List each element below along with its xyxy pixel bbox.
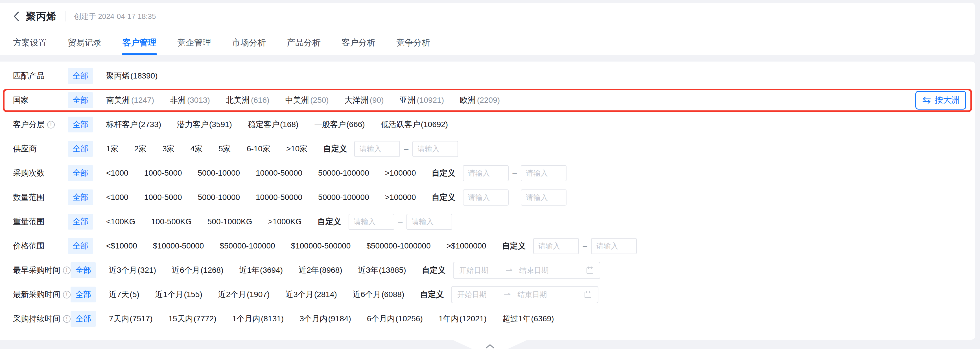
custom-range-label[interactable]: 自定义 bbox=[432, 192, 455, 203]
max-input[interactable] bbox=[406, 214, 452, 230]
filter-option[interactable]: 近1个月155 bbox=[155, 289, 202, 300]
filter-all-chip[interactable]: 全部 bbox=[68, 165, 93, 181]
filter-all-chip[interactable]: 全部 bbox=[68, 116, 93, 132]
filter-option[interactable]: 1个月内8131 bbox=[232, 314, 284, 324]
filter-option[interactable]: 5家 bbox=[218, 143, 231, 154]
date-range-picker[interactable]: 开始日期 ⇀ 结束日期 bbox=[451, 286, 598, 303]
filter-option[interactable]: 近3个月2814 bbox=[285, 289, 337, 300]
filter-option[interactable]: >10家 bbox=[286, 143, 308, 154]
filter-all-chip[interactable]: 全部 bbox=[70, 311, 96, 327]
filter-option[interactable]: $500000-1000000 bbox=[366, 241, 430, 250]
filter-option[interactable]: 7天内7517 bbox=[109, 314, 153, 324]
filter-option[interactable]: 聚丙烯18390 bbox=[106, 70, 158, 81]
filter-all-chip[interactable]: 全部 bbox=[68, 214, 93, 229]
filter-option[interactable]: 一般客户666 bbox=[314, 119, 365, 130]
info-icon[interactable]: ! bbox=[63, 291, 70, 298]
tab-competitor-management[interactable]: 竞企管理 bbox=[177, 30, 211, 55]
min-input[interactable] bbox=[463, 165, 509, 181]
filter-option[interactable]: 中美洲250 bbox=[285, 95, 329, 105]
filter-all-chip[interactable]: 全部 bbox=[70, 262, 96, 278]
collapse-filter-panel-button[interactable] bbox=[452, 339, 528, 349]
min-input[interactable] bbox=[533, 238, 579, 254]
filter-option[interactable]: 50000-100000 bbox=[318, 169, 369, 178]
custom-range-label[interactable]: 自定义 bbox=[323, 143, 347, 154]
filter-option[interactable]: 6个月内10256 bbox=[367, 314, 423, 324]
filter-all-chip[interactable]: 全部 bbox=[68, 141, 93, 157]
filter-option[interactable]: 5000-10000 bbox=[198, 169, 240, 178]
info-icon[interactable]: ! bbox=[63, 315, 70, 323]
filter-option[interactable]: 非洲3013 bbox=[170, 95, 210, 105]
min-input[interactable] bbox=[463, 190, 509, 206]
filter-option[interactable]: 1000-5000 bbox=[144, 193, 182, 202]
filter-option[interactable]: 1年内12021 bbox=[439, 314, 487, 324]
filter-all-chip[interactable]: 全部 bbox=[68, 238, 93, 254]
filter-option[interactable]: 100-500KG bbox=[151, 217, 192, 226]
filter-option[interactable]: 3家 bbox=[162, 143, 175, 154]
custom-range-label[interactable]: 自定义 bbox=[502, 241, 526, 251]
date-range-picker[interactable]: 开始日期 ⇀ 结束日期 bbox=[453, 262, 600, 279]
filter-option[interactable]: 近3年13885 bbox=[358, 265, 406, 276]
max-input[interactable] bbox=[412, 141, 458, 157]
tab-market-analysis[interactable]: 市场分析 bbox=[232, 30, 266, 55]
filter-all-chip[interactable]: 全部 bbox=[68, 190, 93, 205]
filter-all-chip[interactable]: 全部 bbox=[68, 68, 93, 84]
filter-option[interactable]: 15天内7772 bbox=[169, 314, 216, 324]
tab-trade-records[interactable]: 贸易记录 bbox=[68, 30, 102, 55]
filter-option[interactable]: 3个月内9184 bbox=[299, 314, 351, 324]
filter-option[interactable]: <1000 bbox=[106, 169, 129, 178]
custom-range-label[interactable]: 自定义 bbox=[318, 216, 341, 227]
info-icon[interactable]: ! bbox=[63, 266, 70, 274]
custom-range-label[interactable]: 自定义 bbox=[432, 168, 455, 178]
filter-option[interactable]: $10000-50000 bbox=[153, 241, 204, 250]
filter-option[interactable]: 标杆客户2733 bbox=[106, 119, 161, 130]
filter-option[interactable]: 稳定客户168 bbox=[248, 119, 298, 130]
filter-option[interactable]: 5000-10000 bbox=[198, 193, 240, 202]
tab-customer-analysis[interactable]: 客户分析 bbox=[342, 30, 375, 55]
tab-product-analysis[interactable]: 产品分析 bbox=[287, 30, 321, 55]
filter-option[interactable]: $100000-500000 bbox=[291, 241, 351, 250]
filter-option[interactable]: 1000-5000 bbox=[144, 169, 182, 178]
filter-option[interactable]: 超过1年6369 bbox=[503, 314, 554, 324]
filter-option[interactable]: 4家 bbox=[191, 143, 203, 154]
filter-all-chip[interactable]: 全部 bbox=[70, 287, 96, 303]
max-input[interactable] bbox=[521, 165, 566, 181]
tab-customer-management[interactable]: 客户管理 bbox=[123, 30, 156, 55]
filter-option[interactable]: 1家 bbox=[106, 143, 119, 154]
filter-option[interactable]: $50000-100000 bbox=[220, 241, 275, 250]
max-input[interactable] bbox=[591, 238, 637, 254]
filter-option[interactable]: 近2年8968 bbox=[299, 265, 342, 276]
custom-range-label[interactable]: 自定义 bbox=[422, 265, 446, 276]
info-icon[interactable]: ! bbox=[47, 121, 55, 129]
filter-option[interactable]: 50000-100000 bbox=[318, 193, 369, 202]
filter-option[interactable]: 2家 bbox=[134, 143, 147, 154]
filter-option[interactable]: 近2个月1907 bbox=[218, 289, 270, 300]
filter-option[interactable]: 南美洲1247 bbox=[106, 95, 154, 105]
tab-plan-settings[interactable]: 方案设置 bbox=[13, 30, 47, 55]
group-by-continent-button[interactable]: 按大洲 bbox=[915, 91, 966, 110]
back-button[interactable] bbox=[13, 11, 20, 22]
filter-option[interactable]: >100000 bbox=[385, 193, 416, 202]
tab-competition-analysis[interactable]: 竞争分析 bbox=[396, 30, 430, 55]
custom-range-label[interactable]: 自定义 bbox=[420, 289, 444, 300]
filter-option[interactable]: 亚洲10921 bbox=[399, 95, 444, 105]
filter-option[interactable]: <100KG bbox=[106, 217, 135, 226]
filter-option[interactable]: 低活跃客户10692 bbox=[381, 119, 448, 130]
filter-option[interactable]: 6-10家 bbox=[247, 143, 270, 154]
filter-option[interactable]: <1000 bbox=[106, 193, 129, 202]
filter-option[interactable]: >100000 bbox=[385, 169, 416, 178]
filter-option[interactable]: 500-1000KG bbox=[207, 217, 252, 226]
filter-all-chip[interactable]: 全部 bbox=[68, 92, 93, 108]
filter-option[interactable]: <$10000 bbox=[106, 241, 137, 250]
filter-option[interactable]: >$1000000 bbox=[447, 241, 486, 250]
filter-option[interactable]: 潜力客户3591 bbox=[177, 119, 232, 130]
min-input[interactable] bbox=[354, 141, 400, 157]
filter-option[interactable]: 北美洲616 bbox=[226, 95, 269, 105]
filter-option[interactable]: 10000-50000 bbox=[256, 193, 302, 202]
max-input[interactable] bbox=[521, 190, 566, 206]
min-input[interactable] bbox=[348, 214, 394, 230]
filter-option[interactable]: 近6个月6088 bbox=[353, 289, 404, 300]
filter-option[interactable]: >1000KG bbox=[268, 217, 302, 226]
filter-option[interactable]: 近1年3694 bbox=[239, 265, 283, 276]
filter-option[interactable]: 大洋洲90 bbox=[345, 95, 384, 105]
filter-option[interactable]: 近6个月1268 bbox=[172, 265, 224, 276]
